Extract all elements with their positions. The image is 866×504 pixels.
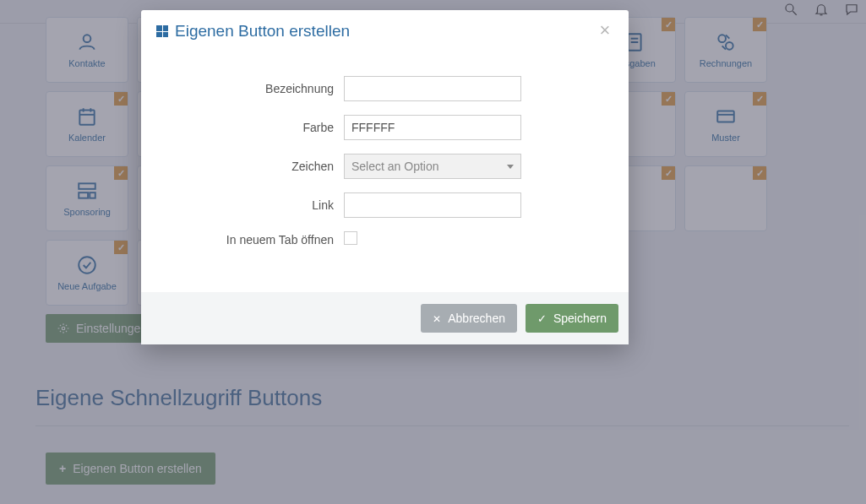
select-zeichen[interactable]: Select an Option	[344, 154, 521, 179]
modal: Eigenen Button erstellen × Bezeichnung F…	[141, 10, 629, 344]
input-farbe[interactable]	[344, 115, 521, 140]
label-newtab: In neuem Tab öffnen	[165, 233, 334, 247]
label-farbe: Farbe	[165, 121, 334, 134]
input-bezeichnung[interactable]	[344, 76, 521, 101]
modal-title-text: Eigenen Button erstellen	[175, 22, 350, 41]
save-label: Speichern	[553, 312, 607, 325]
label-zeichen: Zeichen	[165, 160, 334, 173]
input-link[interactable]	[344, 192, 521, 218]
x-icon	[433, 312, 441, 325]
chevron-down-icon	[507, 165, 514, 169]
cancel-label: Abbrechen	[448, 312, 505, 325]
grid-icon	[156, 25, 168, 37]
check-icon	[537, 312, 547, 325]
modal-body: Bezeichnung Farbe Zeichen Select an Opti…	[141, 52, 629, 292]
checkbox-newtab[interactable]	[344, 231, 357, 245]
save-button[interactable]: Speichern	[526, 304, 618, 333]
label-bezeichnung: Bezeichnung	[165, 82, 334, 95]
select-zeichen-placeholder: Select an Option	[351, 160, 439, 173]
cancel-button[interactable]: Abbrechen	[421, 304, 517, 333]
modal-header: Eigenen Button erstellen ×	[141, 10, 629, 52]
modal-footer: Abbrechen Speichern	[141, 292, 629, 344]
close-icon[interactable]: ×	[596, 23, 613, 40]
label-link: Link	[165, 198, 334, 212]
modal-title: Eigenen Button erstellen	[156, 22, 350, 41]
